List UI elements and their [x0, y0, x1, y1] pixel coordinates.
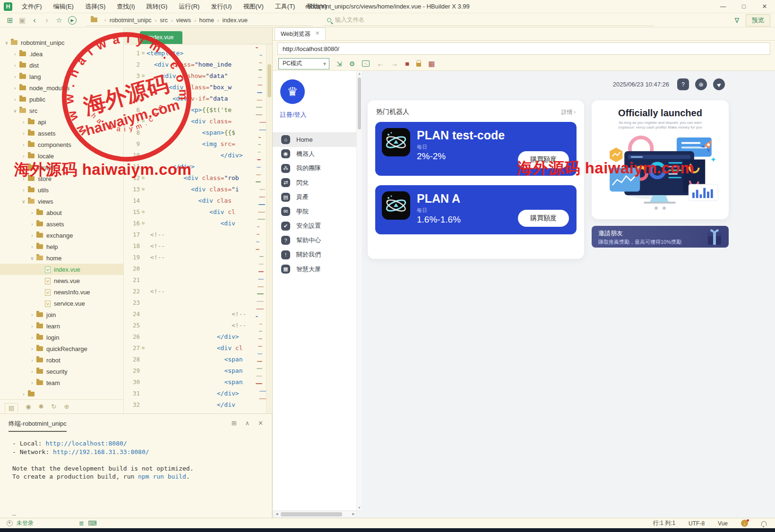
tree-item-news.vue[interactable]: Vnews.vue — [0, 275, 123, 286]
browser-back-icon[interactable]: ← — [377, 60, 384, 68]
notifications-icon[interactable] — [761, 521, 766, 526]
sidebar-item-學院[interactable]: ✉學院 — [273, 205, 356, 219]
tree-item-dist[interactable]: ›dist — [0, 60, 123, 71]
stop-icon[interactable]: ■ — [405, 60, 409, 68]
tree-item-store[interactable]: ›store — [0, 173, 123, 184]
terminal-toggle-icon[interactable]: ⌨ — [88, 520, 97, 527]
tree-item-assets[interactable]: ›assets — [0, 128, 123, 139]
explorer-tool-4[interactable]: ⊕ — [64, 403, 69, 410]
fold-icon[interactable]: ⊟ — [140, 209, 146, 214]
console-icon[interactable]: >_ — [362, 60, 370, 67]
forward-icon[interactable]: › — [41, 16, 53, 25]
tree-item-join[interactable]: ›join — [0, 309, 123, 320]
file-search[interactable] — [323, 15, 654, 26]
tree-item-api[interactable]: ›api — [0, 116, 123, 128]
editor-tab-indexvue[interactable]: index.vue — [140, 31, 182, 44]
sidebar-item-智慧大屏[interactable]: ▦智慧大屏 — [273, 262, 356, 277]
buy-quota-button[interactable]: 購買額度 — [518, 210, 569, 227]
qrcode-icon[interactable]: ▦ — [428, 60, 435, 68]
tree-item-utils[interactable]: ›utils — [0, 184, 123, 196]
tree-item-about[interactable]: ›about — [0, 207, 123, 218]
tree-item-help[interactable]: ›help — [0, 241, 123, 252]
site-logo[interactable]: ♛ — [280, 79, 305, 104]
code-area[interactable]: 1⊟<template>2 <div class="home_inde3⊟ <d… — [124, 44, 272, 413]
fold-icon[interactable]: ⊟ — [140, 73, 146, 78]
minimize-button[interactable]: — — [713, 0, 733, 13]
sidebar-item-幫助中心[interactable]: ?幫助中心 — [273, 233, 356, 248]
plan-card-1[interactable]: PLAN A每日1.6%-1.6%購買額度 — [375, 185, 577, 234]
tree-item-newsInfo.vue[interactable]: VnewsInfo.vue — [0, 286, 123, 298]
close-tab-icon[interactable]: ✕ — [315, 30, 319, 36]
fold-icon[interactable]: ⊟ — [140, 96, 146, 101]
sidebar-item-安全設置[interactable]: ✔安全設置 — [273, 219, 356, 233]
tree-item-login[interactable]: ›login — [0, 332, 123, 343]
tree-item-exchange[interactable]: ›exchange — [0, 230, 123, 241]
browser-forward-icon[interactable]: → — [391, 60, 398, 68]
tree-item-views[interactable]: ∨views — [0, 196, 123, 207]
menu-item-4[interactable]: 跳转(G) — [142, 1, 172, 12]
breadcrumb-item-index.vue[interactable]: index.vue — [223, 17, 248, 24]
save-icon[interactable]: ▣ — [16, 16, 28, 25]
language-mode[interactable]: Vue — [718, 520, 728, 527]
device-mode-select[interactable]: PC模式 — [278, 58, 329, 69]
menu-item-8[interactable]: 工具(T) — [270, 1, 300, 12]
breadcrumb-item-home[interactable]: home — [199, 17, 214, 24]
menu-item-3[interactable]: 查找(I) — [112, 1, 139, 12]
maximize-button[interactable]: □ — [733, 0, 754, 13]
breadcrumb-item-views[interactable]: views — [176, 17, 191, 24]
fold-icon[interactable]: ⊟ — [140, 187, 146, 191]
tree-item-index.vue[interactable]: Vindex.vue — [0, 264, 123, 275]
new-file-icon[interactable]: ⊞ — [4, 16, 16, 25]
telegram-icon[interactable]: ▶ — [713, 78, 725, 90]
invite-friends-card[interactable]: 邀請朋友 賺取推薦獎勵，最高可獲得10%獎勵 — [592, 226, 729, 248]
menu-item-0[interactable]: 文件(F) — [17, 1, 47, 12]
close-button[interactable]: ✕ — [754, 0, 775, 13]
sidebar-item-機器人[interactable]: ◉機器人 — [273, 147, 356, 162]
sidebar-item-我的團隊[interactable]: ⁂我的團隊 — [273, 161, 356, 176]
lock-icon[interactable] — [416, 63, 421, 67]
editor-scrollbar[interactable] — [266, 44, 272, 413]
run-icon[interactable]: ▶ — [68, 16, 77, 25]
breadcrumb-item-robotmint_unipc[interactable]: robotmint_unipc — [110, 17, 152, 24]
menu-item-9[interactable]: 帮助(Y) — [301, 1, 331, 12]
tree-item-learn[interactable]: ›learn — [0, 320, 123, 332]
explorer-tool-1[interactable]: ◉ — [26, 403, 31, 410]
new-terminal-icon[interactable]: ⊞ — [232, 420, 237, 427]
tree-item-components[interactable]: ›components — [0, 139, 123, 150]
terminal-tab[interactable]: 终端-robotmint_unipc — [9, 420, 67, 432]
breadcrumb[interactable]: › robotmint_unipc›src›views›home›index.v… — [86, 15, 313, 26]
minimap[interactable] — [256, 44, 266, 413]
browser-tab[interactable]: Web浏览器 ✕ — [275, 27, 326, 40]
preview-vertical-scrollbar[interactable]: ▲▼ — [356, 71, 362, 510]
tree-item-quickRecharge[interactable]: ›quickRecharge — [0, 343, 123, 354]
fold-icon[interactable]: ⊟ — [140, 221, 146, 225]
tree-item-robotmint_unipc[interactable]: ∨robotmint_unipc — [0, 37, 123, 48]
tree-item-public[interactable]: ›public — [0, 94, 123, 105]
tree-item-src[interactable]: ∨src — [0, 105, 123, 116]
outline-icon[interactable]: ≣ — [79, 520, 84, 527]
filter-icon[interactable]: ∇ — [735, 17, 739, 24]
close-terminal-icon[interactable]: ✕ — [258, 420, 263, 427]
register-login-link[interactable]: 註冊/登入 — [280, 111, 307, 119]
encoding[interactable]: UTF-8 — [689, 520, 705, 527]
details-link[interactable]: 詳情› — [561, 108, 576, 116]
tree-item-security[interactable]: ›security — [0, 366, 123, 377]
tree-item-.idea[interactable]: ›.idea — [0, 48, 123, 60]
explorer-tool-3[interactable]: ↻ — [52, 403, 57, 410]
fold-icon[interactable]: ⊟ — [140, 345, 146, 350]
terminal-output[interactable]: - Local: http://localhost:8080/- Network… — [0, 434, 272, 481]
cursor-position[interactable]: 行:1 列:1 — [653, 519, 675, 527]
tree-item-partial[interactable]: › — [0, 388, 123, 399]
sidebar-item-關於我們[interactable]: !關於我們 — [273, 248, 356, 262]
sidebar-item-Home[interactable]: ⌂Home — [273, 132, 356, 147]
menu-item-1[interactable]: 编辑(E) — [49, 1, 78, 12]
breadcrumb-item-src[interactable]: src — [160, 17, 168, 24]
explorer-tool-0[interactable]: ▤ — [5, 403, 18, 412]
preview-button[interactable]: 预览 — [746, 14, 770, 26]
account-icon[interactable] — [7, 520, 13, 526]
buy-quota-button[interactable]: 購買額度 — [518, 151, 569, 168]
fold-icon[interactable]: ⊟ — [140, 119, 146, 123]
fold-icon[interactable]: ⊟ — [140, 51, 146, 55]
open-external-icon[interactable]: ⇲ — [336, 60, 342, 68]
menu-item-7[interactable]: 视图(V) — [238, 1, 268, 12]
